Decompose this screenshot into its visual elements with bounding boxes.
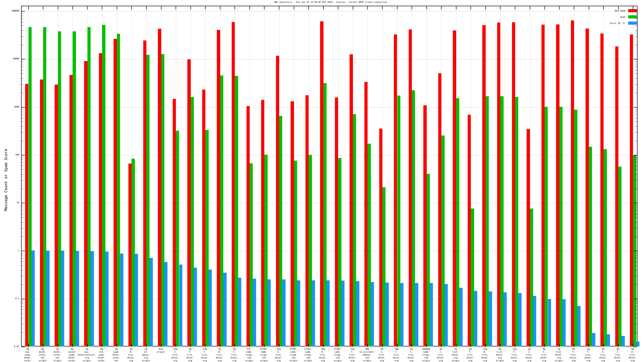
y-minor-tick <box>22 126 23 126</box>
x-bottom-tick <box>559 344 560 347</box>
bar-spam <box>176 131 179 347</box>
x-top-tick <box>603 6 604 9</box>
y-major-tick <box>634 251 637 251</box>
x-category-label: 2ff01. iadb. isipp. com origin <box>304 348 312 362</box>
x-bottom-tick <box>220 344 220 347</box>
x-top-tick <box>87 6 88 9</box>
x-top-tick <box>43 6 43 9</box>
y-minor-tick <box>636 301 637 302</box>
y-minor-tick <box>636 270 637 270</box>
x-category-label: 11@ Y. list. dnswl. org origin <box>348 348 356 362</box>
y-minor-tick <box>22 84 23 84</box>
bar-spam <box>235 76 238 347</box>
bar-not-spam <box>320 21 323 347</box>
x-category-label: 2ff03. iadb. isipp. com origin <box>334 348 342 362</box>
y-minor-tick <box>22 66 23 67</box>
x-top-tick <box>308 6 309 9</box>
x-category-label: 9@ Y. list. dnswl. org origin <box>570 348 578 362</box>
bar-not-spam <box>54 84 58 347</box>
bar-score-0-1 <box>150 258 152 347</box>
y-minor-tick <box>22 115 23 115</box>
y-minor-tick <box>22 313 23 314</box>
y-minor-tick <box>636 208 637 208</box>
bar-not-spam <box>409 29 412 347</box>
bar-score-0-1 <box>223 273 226 347</box>
x-category-label: 6@ old. spam. dnsbl. sorbs. net origin <box>98 348 106 362</box>
bar-not-spam <box>84 61 87 347</box>
x-bottom-tick <box>618 344 618 347</box>
bar-spam <box>250 163 253 347</box>
bar-spam <box>28 27 32 347</box>
y-minor-tick <box>22 93 23 93</box>
x-bottom-tick <box>544 344 545 347</box>
x-category-label: 3@ Y. list. dnswl. org origin <box>186 348 194 362</box>
x-bottom-tick <box>308 344 309 347</box>
x-top-tick <box>264 6 264 9</box>
gridline-y <box>22 347 637 347</box>
bar-not-spam <box>290 101 294 347</box>
bar-not-spam <box>468 115 471 347</box>
bar-score-0-1 <box>209 270 212 347</box>
y-minor-tick <box>636 30 637 31</box>
y-minor-tick <box>636 157 637 158</box>
y-minor-tick <box>636 84 637 84</box>
y-major-tick <box>22 203 25 203</box>
bar-score-0-1 <box>592 333 595 347</box>
bar-not-spam <box>364 82 368 347</box>
x-category-label: 2@ 2. list. dnswl. org origin <box>378 348 386 362</box>
y-minor-tick <box>22 208 23 208</box>
bar-score-0-1 <box>489 291 492 347</box>
y-minor-tick <box>22 301 23 302</box>
y-minor-tick <box>22 109 23 110</box>
y-minor-tick <box>22 22 23 22</box>
y-minor-tick <box>22 74 23 74</box>
bar-not-spam <box>114 39 117 347</box>
y-minor-tick <box>22 189 23 189</box>
x-category-label: 6@ spam. dnsbl. sorbs. net origin <box>112 348 120 362</box>
y-minor-tick <box>636 115 637 115</box>
y-minor-tick <box>22 16 23 16</box>
x-category-label: 50@ sa-accredit. habeas. com origin <box>360 348 375 362</box>
y-minor-tick <box>636 122 637 122</box>
bar-score-0-1 <box>282 279 285 347</box>
x-bottom-tick <box>603 344 604 347</box>
y-minor-tick <box>636 313 637 314</box>
y-minor-tick <box>22 174 23 175</box>
bar-spam <box>132 159 135 347</box>
bar-not-spam <box>335 97 338 347</box>
bar-score-0-1 <box>474 291 477 347</box>
y-minor-tick <box>22 45 23 45</box>
x-bottom-tick <box>456 344 456 347</box>
x-bottom-tick <box>176 344 176 347</box>
bar-spam <box>58 31 61 347</box>
x-top-tick <box>589 6 589 9</box>
y-major-tick <box>22 107 25 107</box>
x-category-label: 1ff. iadb. isipp. com origin <box>245 348 253 362</box>
bar-score-0-1 <box>32 250 35 347</box>
x-bottom-tick <box>234 344 235 347</box>
x-category-label: 3@ list. dnswl. org origin <box>555 348 563 362</box>
bar-not-spam <box>556 24 559 347</box>
rbl-statistics-chart: RBL Statistics - Sat Jun 22 12:58:05 EDT… <box>0 0 644 362</box>
y-minor-tick <box>22 217 23 218</box>
y-minor-tick <box>636 93 637 93</box>
bar-spam <box>146 55 150 347</box>
bar-score-0-1 <box>342 281 344 347</box>
y-minor-tick <box>636 318 637 318</box>
y-minor-tick <box>636 74 637 74</box>
y-minor-tick <box>22 160 23 160</box>
y-minor-tick <box>636 189 637 189</box>
bar-not-spam <box>70 75 72 347</box>
bar-spam <box>560 107 562 347</box>
bar-score-0-1 <box>120 254 123 347</box>
bar-not-spam <box>512 22 515 347</box>
legend-row: Not Spam <box>610 9 637 12</box>
bar-not-spam <box>600 33 604 347</box>
y-minor-tick <box>22 64 23 64</box>
bar-score-0-1 <box>253 279 256 347</box>
bar-not-spam <box>497 22 500 347</box>
y-minor-tick <box>22 304 23 304</box>
y-minor-tick <box>22 61 23 61</box>
x-bottom-tick <box>28 344 29 347</box>
x-top-tick <box>382 6 382 9</box>
